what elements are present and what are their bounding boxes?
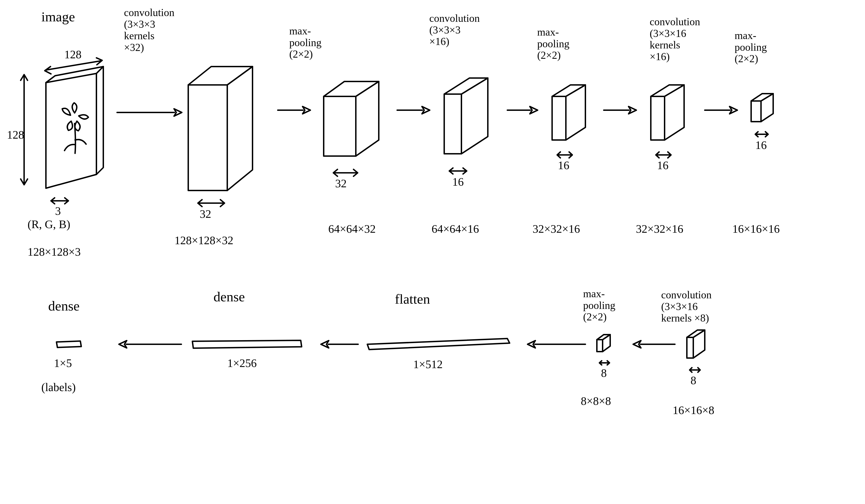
svg-marker-19: [552, 96, 566, 140]
label-conv2-depth: 16: [452, 176, 464, 188]
label-conv1-depth: 32: [200, 208, 211, 220]
label-conv3-depth: 16: [657, 159, 669, 172]
label-dense1-title: dense: [214, 289, 245, 304]
flatten-block: [365, 336, 514, 352]
dense2-block: [55, 340, 85, 350]
label-dense1-shape: 1×256: [227, 357, 257, 370]
arrow-conv2-pool2: [505, 103, 542, 117]
label-conv4-depth: 8: [691, 374, 696, 387]
label-conv4-shape: 16×16×8: [673, 404, 714, 417]
svg-marker-38: [367, 339, 510, 350]
label-pool4-shape: 8×8×8: [581, 395, 611, 407]
arrow-flatten-dense1: [317, 337, 360, 351]
svg-marker-33: [633, 341, 641, 348]
pool3-block: [748, 92, 785, 126]
label-dense2-title: dense: [48, 298, 80, 314]
label-dense2-shape: 1×5: [54, 357, 72, 370]
svg-marker-14: [422, 106, 430, 114]
svg-line-3: [46, 61, 101, 70]
label-pool1-depth: 32: [335, 177, 347, 190]
label-flatten-title: flatten: [395, 292, 430, 307]
svg-marker-10: [302, 106, 310, 114]
svg-marker-23: [651, 96, 665, 140]
label-pool2-shape: 32×32×16: [533, 223, 580, 235]
arrow-dense1-dense2: [115, 337, 184, 351]
label-image-depth: 3: [55, 205, 61, 217]
label-conv1-title: convolution (3×3×3 kernels ×32): [124, 7, 174, 53]
svg-marker-44: [57, 341, 81, 348]
label-image-title: image: [41, 9, 75, 24]
svg-point-1: [70, 113, 79, 121]
svg-marker-43: [119, 341, 127, 348]
arrow-pool1-conv2: [395, 103, 434, 117]
conv4-depth-arrow: [687, 365, 703, 375]
svg-marker-41: [192, 340, 302, 348]
label-pool2-depth: 16: [558, 159, 569, 172]
diagram-stage: image 128 128: [0, 0, 865, 504]
label-image-height: 128: [7, 129, 24, 141]
svg-marker-26: [729, 106, 737, 114]
arrow-pool4-flatten: [523, 337, 588, 351]
label-conv3-shape: 32×32×16: [636, 223, 683, 235]
svg-marker-15: [444, 94, 461, 154]
label-dense2-note: (labels): [41, 381, 76, 394]
label-image-shape: 128×128×3: [27, 246, 81, 258]
label-conv2-title: convolution (3×3×3 ×16): [429, 13, 480, 47]
dense1-block: [191, 339, 305, 351]
conv1-block: [184, 62, 271, 195]
pool2-block: [549, 83, 601, 147]
svg-marker-6: [174, 109, 182, 116]
label-flatten-shape: 1×512: [413, 358, 442, 371]
label-image-rgb: (R, G, B): [27, 218, 70, 231]
label-conv3-title: convolution (3×3×16 kernels ×16): [650, 16, 700, 62]
svg-marker-40: [321, 341, 329, 348]
label-conv1-shape: 128×128×32: [174, 234, 233, 247]
conv2-depth-arrow: [447, 165, 470, 177]
label-pool1-title: max- pooling (2×2): [289, 25, 322, 60]
svg-marker-22: [628, 106, 636, 114]
conv3-block: [647, 83, 700, 147]
svg-marker-29: [737, 336, 745, 343]
label-pool1-shape: 64×64×32: [328, 223, 376, 235]
svg-marker-18: [530, 106, 538, 114]
conv4-block: [684, 328, 718, 363]
svg-marker-37: [528, 341, 535, 348]
svg-marker-27: [751, 101, 761, 122]
svg-marker-7: [188, 85, 227, 190]
arrow-pool2-conv3: [601, 103, 641, 117]
label-pool3-title: max- pooling (2×2): [735, 30, 767, 65]
label-pool4-depth: 8: [601, 367, 607, 379]
label-image-width: 128: [64, 48, 81, 61]
arrow-conv3-pool3: [702, 103, 741, 117]
label-pool3-shape: 16×16×16: [732, 223, 780, 235]
label-pool3-depth: 16: [755, 139, 767, 152]
arrow-conv1-pool1: [276, 103, 314, 117]
svg-marker-11: [324, 96, 356, 156]
conv2-block: [440, 76, 508, 161]
pool3-depth-arrow: [752, 129, 771, 140]
svg-marker-30: [687, 337, 693, 358]
label-pool2-title: max- pooling (2×2): [537, 26, 569, 61]
image-block: [32, 64, 115, 197]
label-conv2-shape: 64×64×16: [431, 223, 479, 235]
arrow-image-conv1: [115, 106, 184, 119]
svg-marker-0: [46, 73, 96, 188]
conv1-depth-arrow: [195, 197, 227, 209]
pool4-block: [595, 333, 620, 356]
arrow-conv4-pool4: [629, 337, 677, 351]
label-pool4-title: max- pooling (2×2): [583, 288, 615, 323]
label-conv4-title: convolution (3×3×16 kernels ×8): [661, 289, 712, 324]
pool4-depth-arrow: [597, 358, 612, 368]
pool1-block: [319, 78, 393, 163]
svg-marker-34: [597, 340, 603, 352]
